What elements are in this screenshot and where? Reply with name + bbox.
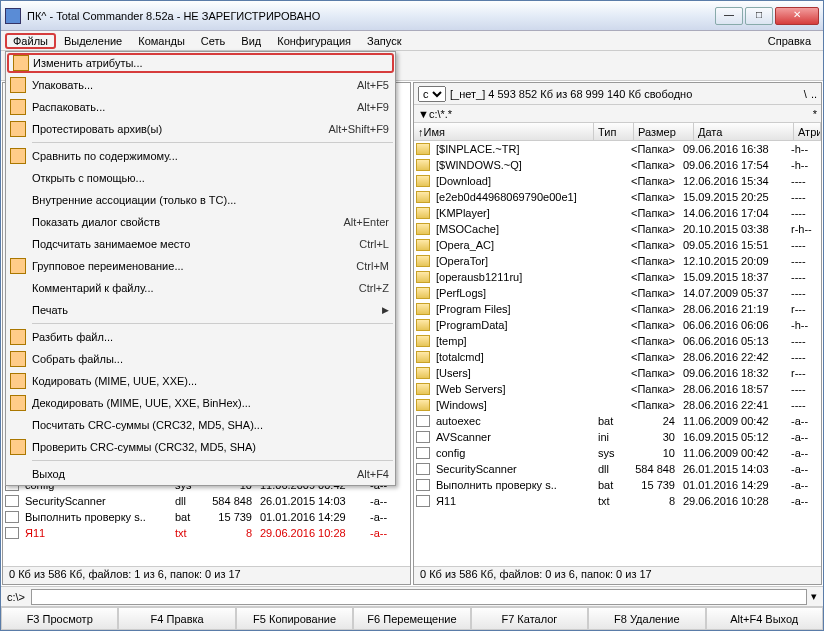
drive-select[interactable]: c [418,86,446,102]
file-row[interactable]: configsys1011.06.2009 00:42-a-- [414,445,821,461]
file-row[interactable]: [Web Servers]<Папка>28.06.2016 18:57---- [414,381,821,397]
left-status: 0 Кб из 586 Кб, файлов: 1 из 6, папок: 0… [3,566,410,584]
file-row[interactable]: [$INPLACE.~TR]<Папка>09.06.2016 16:38-h-… [414,141,821,157]
menu-item[interactable]: Кодировать (MIME, UUE, XXE)... [6,370,395,392]
menu-help[interactable]: Справка [760,33,819,49]
file-row[interactable]: [Download]<Папка>12.06.2016 15:34---- [414,173,821,189]
maximize-button[interactable]: □ [745,7,773,25]
right-status: 0 Кб из 586 Кб, файлов: 0 из 6, папок: 0… [414,566,821,584]
file-row[interactable]: [e2eb0d44968069790e00e1]<Папка>15.09.201… [414,189,821,205]
right-columns[interactable]: ↑ Имя Тип Размер Дата Атриб [414,123,821,141]
menu-commands[interactable]: Команды [130,33,193,49]
file-row[interactable]: [Opera_AC]<Папка>09.05.2016 15:51---- [414,237,821,253]
menu-item[interactable]: Внутренние ассоциации (только в TC)... [6,189,395,211]
menu-item[interactable]: Сравнить по содержимому... [6,145,395,167]
path-arrow[interactable]: ▼ [418,108,429,120]
file-row[interactable]: [ProgramData]<Папка>06.06.2016 06:06-h-- [414,317,821,333]
cmd-dropdown[interactable]: ▾ [811,590,817,603]
function-bar: F3 Просмотр F4 Правка F5 Копирование F6 … [1,606,823,630]
menu-item[interactable]: Распаковать...Alt+F9 [6,96,395,118]
right-file-list[interactable]: [$INPLACE.~TR]<Папка>09.06.2016 16:38-h-… [414,141,821,566]
file-row[interactable]: AVScannerini3016.09.2015 05:12-a-- [414,429,821,445]
right-pane: c [_нет_] 4 593 852 Кб из 68 999 140 Кб … [413,82,822,585]
command-line: c:\> ▾ [1,586,823,606]
menu-item[interactable]: Открыть с помощью... [6,167,395,189]
menu-config[interactable]: Конфигурация [269,33,359,49]
root-button[interactable]: \ [804,88,807,100]
file-row[interactable]: Я11txt829.06.2016 10:28-a-- [3,525,410,541]
cmd-input[interactable] [31,589,807,605]
menu-item[interactable]: Разбить файл... [6,326,395,348]
menu-item[interactable]: Комментарий к файлу...Ctrl+Z [6,277,395,299]
menu-item[interactable]: Изменить атрибуты... [7,53,394,73]
f6-button[interactable]: F6 Перемещение [353,607,470,630]
file-row[interactable]: SecurityScannerdll584 84826.01.2015 14:0… [3,493,410,509]
file-row[interactable]: [OperaTor]<Папка>12.10.2015 20:09---- [414,253,821,269]
file-row[interactable]: Выполнить проверку s..bat15 73901.01.201… [414,477,821,493]
altf4-button[interactable]: Alt+F4 Выход [706,607,823,630]
menu-start[interactable]: Запуск [359,33,409,49]
menu-item[interactable]: Проверить CRC-суммы (CRC32, MD5, SHA) [6,436,395,458]
menu-item[interactable]: Подсчитать занимаемое местоCtrl+L [6,233,395,255]
menubar: Файлы Выделение Команды Сеть Вид Конфигу… [1,31,823,51]
menu-net[interactable]: Сеть [193,33,233,49]
menu-item[interactable]: Собрать файлы... [6,348,395,370]
file-row[interactable]: [temp]<Папка>06.06.2016 05:13---- [414,333,821,349]
menu-item[interactable]: Печать▶ [6,299,395,321]
file-row[interactable]: [$WINDOWS.~Q]<Папка>09.06.2016 17:54-h-- [414,157,821,173]
app-icon [5,8,21,24]
f7-button[interactable]: F7 Каталог [471,607,588,630]
file-row[interactable]: autoexecbat2411.06.2009 00:42-a-- [414,413,821,429]
right-pathbar: ▼ c:\*.* * [414,105,821,123]
titlebar: ПК^ - Total Commander 8.52a - НЕ ЗАРЕГИС… [1,1,823,31]
file-row[interactable]: [Program Files]<Папка>28.06.2016 21:19r-… [414,301,821,317]
file-row[interactable]: Я11txt829.06.2016 10:28-a-- [414,493,821,509]
menu-item[interactable]: Групповое переименование...Ctrl+M [6,255,395,277]
file-row[interactable]: [Windows]<Папка>28.06.2016 22:41---- [414,397,821,413]
drive-space: [_нет_] 4 593 852 Кб из 68 999 140 Кб св… [450,88,800,100]
menu-item[interactable]: ВыходAlt+F4 [6,463,395,485]
menu-files[interactable]: Файлы [5,33,56,49]
f8-button[interactable]: F8 Удаление [588,607,705,630]
close-button[interactable]: ✕ [775,7,819,25]
menu-item[interactable]: Показать диалог свойствAlt+Enter [6,211,395,233]
file-row[interactable]: [totalcmd]<Папка>28.06.2016 22:42---- [414,349,821,365]
menu-item[interactable]: Декодировать (MIME, UUE, XXE, BinHex)... [6,392,395,414]
file-row[interactable]: [PerfLogs]<Папка>14.07.2009 05:37---- [414,285,821,301]
f3-button[interactable]: F3 Просмотр [1,607,118,630]
right-path[interactable]: c:\*.* [429,108,813,120]
menu-item[interactable]: Посчитать CRC-суммы (CRC32, MD5, SHA)... [6,414,395,436]
file-row[interactable]: Выполнить проверку s..bat15 73901.01.201… [3,509,410,525]
menu-selection[interactable]: Выделение [56,33,130,49]
cmd-prompt: c:\> [7,591,25,603]
menu-item[interactable]: Упаковать...Alt+F5 [6,74,395,96]
files-dropdown: Изменить атрибуты...Упаковать...Alt+F5Ра… [5,51,396,486]
minimize-button[interactable]: — [715,7,743,25]
file-row[interactable]: [operausb1211ru]<Папка>15.09.2015 18:37-… [414,269,821,285]
window-title: ПК^ - Total Commander 8.52a - НЕ ЗАРЕГИС… [27,10,715,22]
menu-item[interactable]: Протестировать архив(ы)Alt+Shift+F9 [6,118,395,140]
up-button[interactable]: .. [811,88,817,100]
menu-view[interactable]: Вид [233,33,269,49]
star-button[interactable]: * [813,108,817,120]
f4-button[interactable]: F4 Правка [118,607,235,630]
right-drivebar: c [_нет_] 4 593 852 Кб из 68 999 140 Кб … [414,83,821,105]
main-window: ПК^ - Total Commander 8.52a - НЕ ЗАРЕГИС… [0,0,824,631]
file-row[interactable]: [MSOCache]<Папка>20.10.2015 03:38r-h-- [414,221,821,237]
file-row[interactable]: [Users]<Папка>09.06.2016 18:32r--- [414,365,821,381]
file-row[interactable]: SecurityScannerdll584 84826.01.2015 14:0… [414,461,821,477]
f5-button[interactable]: F5 Копирование [236,607,353,630]
file-row[interactable]: [KMPlayer]<Папка>14.06.2016 17:04---- [414,205,821,221]
